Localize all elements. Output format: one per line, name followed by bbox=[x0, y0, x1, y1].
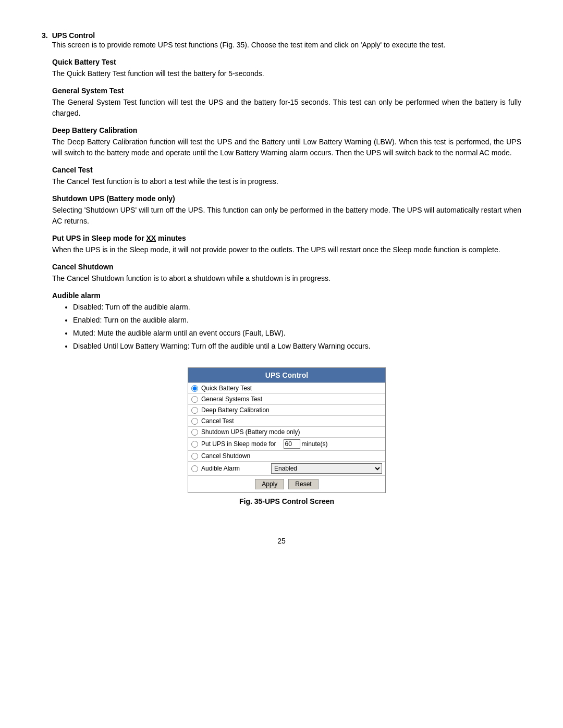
audible-alarm-list: Disabled: Turn off the audible alarm. En… bbox=[73, 302, 521, 352]
apply-button[interactable]: Apply bbox=[255, 479, 284, 489]
subsection-shutdown-ups: Shutdown UPS (Battery mode only) Selecti… bbox=[52, 194, 521, 227]
label-quick-battery: Quick Battery Test bbox=[201, 385, 382, 392]
label-cancel-test: Cancel Test bbox=[201, 417, 382, 425]
sleep-title-xx: XX bbox=[146, 234, 156, 242]
subsection-audible-alarm: Audible alarm Disabled: Turn off the aud… bbox=[52, 291, 521, 352]
ups-row-deep-battery: Deep Battery Calibration bbox=[188, 404, 385, 415]
ups-row-quick-battery: Quick Battery Test bbox=[188, 382, 385, 393]
label-cancel-shutdown: Cancel Shutdown bbox=[201, 452, 382, 460]
sleep-title-prefix: Put UPS in Sleep mode for bbox=[52, 234, 146, 242]
subsection-sleep-mode: Put UPS in Sleep mode for XX minutes Whe… bbox=[52, 234, 521, 255]
ups-row-cancel-shutdown: Cancel Shutdown bbox=[188, 450, 385, 461]
section-number: 3. bbox=[42, 31, 48, 51]
ups-row-cancel-test: Cancel Test bbox=[188, 415, 385, 426]
subsection-body-shutdown: Selecting 'Shutdown UPS' will turn off t… bbox=[52, 205, 521, 227]
sleep-minutes-input[interactable] bbox=[284, 439, 300, 449]
subsection-body-general: The General System Test function will te… bbox=[52, 97, 521, 119]
main-content: Quick Battery Test The Quick Battery Tes… bbox=[42, 58, 521, 505]
ups-row-audible-alarm: Audible Alarm Disabled Enabled Muted Dis… bbox=[188, 461, 385, 475]
radio-shutdown[interactable] bbox=[191, 429, 198, 436]
radio-deep-battery[interactable] bbox=[191, 407, 198, 414]
subsection-title-cancel-shutdown: Cancel Shutdown bbox=[52, 263, 521, 271]
subsection-title-shutdown: Shutdown UPS (Battery mode only) bbox=[52, 194, 521, 203]
ups-row-shutdown: Shutdown UPS (Battery mode only) bbox=[188, 426, 385, 437]
subsection-body-quick: The Quick Battery Test function will tes… bbox=[52, 68, 521, 79]
page-content: 3. UPS Control This screen is to provide… bbox=[42, 31, 521, 545]
label-deep-battery: Deep Battery Calibration bbox=[201, 406, 382, 414]
subsection-body-cancel-shutdown: The Cancel Shutdown function is to abort… bbox=[52, 273, 521, 284]
section-intro: This screen is to provide remote UPS tes… bbox=[52, 41, 446, 49]
subsection-title-general: General System Test bbox=[52, 87, 521, 95]
subsection-quick-battery-test: Quick Battery Test The Quick Battery Tes… bbox=[52, 58, 521, 79]
subsection-deep-battery: Deep Battery Calibration The Deep Batter… bbox=[52, 126, 521, 158]
radio-sleep[interactable] bbox=[191, 441, 198, 448]
radio-general-systems[interactable] bbox=[191, 396, 198, 403]
ups-row-sleep: Put UPS in Sleep mode for minute(s) bbox=[188, 437, 385, 450]
ups-control-footer: Apply Reset bbox=[188, 475, 385, 492]
label-sleep-suffix: minute(s) bbox=[302, 440, 383, 448]
radio-cancel-shutdown[interactable] bbox=[191, 453, 198, 460]
page-number: 25 bbox=[42, 537, 521, 545]
audible-alarm-title: Audible alarm bbox=[52, 291, 521, 300]
subsection-title-cancel-test: Cancel Test bbox=[52, 166, 521, 174]
subsection-body-cancel-test: The Cancel Test function is to abort a t… bbox=[52, 176, 521, 187]
reset-button[interactable]: Reset bbox=[288, 479, 318, 489]
subsection-body-sleep: When the UPS is in the Sleep mode, it wi… bbox=[52, 244, 521, 255]
audible-alarm-select[interactable]: Disabled Enabled Muted Disabled Until Lo… bbox=[271, 463, 382, 474]
subsection-title-quick: Quick Battery Test bbox=[52, 58, 521, 66]
list-item: Disabled: Turn off the audible alarm. bbox=[73, 302, 521, 313]
label-sleep-prefix: Put UPS in Sleep mode for bbox=[201, 440, 282, 448]
ups-control-figure: UPS Control Quick Battery Test General S… bbox=[52, 367, 521, 505]
section-title: UPS Control bbox=[52, 31, 95, 40]
section-heading: 3. UPS Control This screen is to provide… bbox=[42, 31, 521, 51]
label-audible-alarm-prefix: Audible Alarm bbox=[201, 465, 270, 472]
label-shutdown: Shutdown UPS (Battery mode only) bbox=[201, 428, 382, 436]
subsection-cancel-test: Cancel Test The Cancel Test function is … bbox=[52, 166, 521, 187]
list-item: Muted: Mute the audible alarm until an e… bbox=[73, 328, 521, 339]
ups-control-box: UPS Control Quick Battery Test General S… bbox=[188, 367, 386, 493]
ups-control-header: UPS Control bbox=[188, 368, 385, 382]
radio-cancel-test[interactable] bbox=[191, 418, 198, 425]
list-item: Enabled: Turn on the audible alarm. bbox=[73, 315, 521, 326]
ups-row-general-systems: General Systems Test bbox=[188, 393, 385, 404]
subsection-body-deep: The Deep Battery Calibration function wi… bbox=[52, 137, 521, 158]
label-general-systems: General Systems Test bbox=[201, 396, 382, 403]
subsection-title-sleep: Put UPS in Sleep mode for XX minutes bbox=[52, 234, 521, 242]
radio-quick-battery[interactable] bbox=[191, 385, 198, 392]
subsection-general-system-test: General System Test The General System T… bbox=[52, 87, 521, 119]
subsection-cancel-shutdown: Cancel Shutdown The Cancel Shutdown func… bbox=[52, 263, 521, 284]
list-item: Disabled Until Low Battery Warning: Turn… bbox=[73, 341, 521, 352]
sleep-title-suffix: minutes bbox=[156, 234, 186, 242]
radio-audible-alarm[interactable] bbox=[191, 465, 198, 472]
subsection-title-deep: Deep Battery Calibration bbox=[52, 126, 521, 134]
figure-caption: Fig. 35-UPS Control Screen bbox=[239, 497, 334, 505]
